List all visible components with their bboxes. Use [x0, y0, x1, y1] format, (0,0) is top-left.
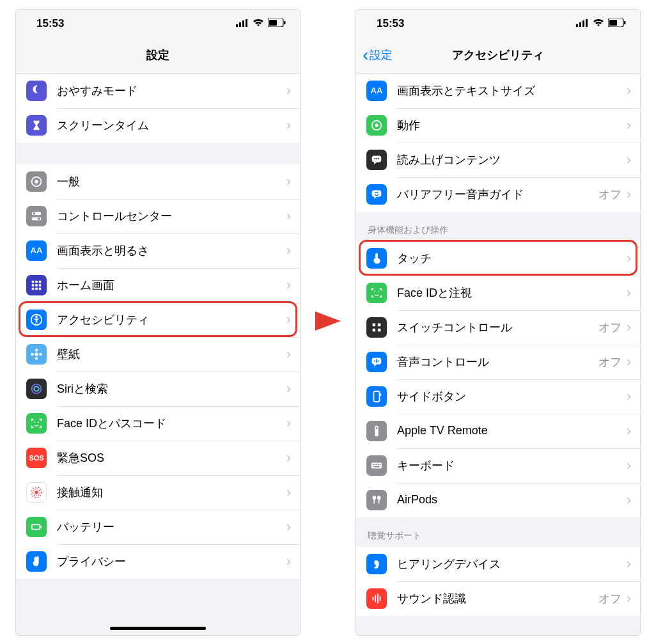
home-indicator[interactable] [110, 627, 206, 630]
row-battery[interactable]: バッテリー › [16, 510, 300, 544]
row-label: Face IDと注視 [397, 285, 627, 301]
svg-rect-5 [269, 20, 277, 26]
svg-rect-67 [380, 393, 382, 396]
row-label: スイッチコントロール [397, 320, 598, 335]
svg-rect-44 [609, 20, 617, 26]
svg-rect-76 [373, 466, 379, 467]
wifi-icon [593, 17, 604, 30]
svg-rect-59 [373, 328, 376, 331]
row-privacy[interactable]: プライバシー › [16, 544, 300, 579]
svg-rect-0 [236, 24, 238, 27]
row-label: 一般 [57, 174, 286, 189]
svg-rect-20 [35, 287, 38, 290]
row-exposure-notification[interactable]: 接触通知 › [16, 475, 300, 510]
row-faceid-passcode[interactable]: Face IDとパスコード › [16, 406, 300, 441]
waveform-icon [366, 588, 387, 609]
left-phone: 15:53 設定 おやすみモード › スクリーンタイム › 一 [15, 9, 301, 636]
motion-icon [366, 115, 387, 136]
svg-rect-2 [242, 20, 244, 27]
chevron-right-icon: › [627, 457, 631, 474]
row-label: プライバシー [57, 554, 286, 569]
row-detail: オフ [598, 187, 621, 202]
accessibility-list[interactable]: AA 画面表示とテキストサイズ › 動作 › 読み上げコンテンツ › バリアフリ… [356, 74, 640, 635]
touch-icon [366, 248, 387, 269]
row-accessibility[interactable]: アクセシビリティ › [16, 302, 300, 337]
chevron-right-icon: › [286, 173, 291, 190]
row-label: 音声コントロール [397, 354, 598, 370]
row-display-brightness[interactable]: AA 画面表示と明るさ › [16, 233, 300, 268]
row-do-not-disturb[interactable]: おやすみモード › [16, 74, 300, 108]
svg-rect-70 [371, 462, 382, 468]
svg-point-12 [38, 217, 40, 220]
chevron-right-icon: › [286, 346, 291, 363]
svg-rect-84 [380, 596, 381, 601]
row-general[interactable]: 一般 › [16, 164, 300, 199]
svg-rect-21 [39, 287, 42, 290]
svg-rect-42 [586, 19, 588, 27]
chevron-right-icon: › [286, 311, 291, 328]
chevron-right-icon: › [286, 553, 291, 570]
row-label: キーボード [397, 458, 627, 473]
row-display-text-size[interactable]: AA 画面表示とテキストサイズ › [356, 74, 640, 108]
row-emergency-sos[interactable]: SOS 緊急SOS › [16, 441, 300, 475]
page-title: 設定 [146, 47, 169, 63]
back-button[interactable]: ‹ 設定 [363, 46, 393, 64]
svg-point-30 [34, 386, 38, 391]
row-switch-control[interactable]: スイッチコントロール オフ › [356, 310, 640, 345]
chevron-right-icon: › [286, 208, 291, 224]
hourglass-icon [26, 115, 47, 136]
chevron-right-icon: › [286, 484, 291, 501]
chevron-right-icon: › [286, 117, 291, 134]
switch-grid-icon [366, 317, 387, 338]
row-touch[interactable]: タッチ › [356, 241, 640, 276]
svg-rect-41 [582, 20, 584, 27]
svg-rect-14 [35, 280, 38, 283]
cellular-icon [576, 17, 589, 30]
row-label: ホーム画面 [57, 278, 286, 293]
row-hearing-devices[interactable]: ヒアリングデバイス › [356, 547, 640, 581]
settings-list[interactable]: おやすみモード › スクリーンタイム › 一般 › コントロールセンター › [16, 74, 300, 635]
row-label: バッテリー [57, 519, 286, 535]
row-side-button[interactable]: サイドボタン › [356, 379, 640, 414]
svg-rect-40 [579, 22, 581, 27]
svg-point-29 [32, 384, 42, 393]
row-sound-recognition[interactable]: サウンド認識 オフ › [356, 581, 640, 616]
text-size-icon: AA [366, 81, 387, 101]
section-header-physical: 身体機能および操作 [356, 212, 640, 241]
row-siri-search[interactable]: Siriと検索 › [16, 372, 300, 406]
row-screen-time[interactable]: スクリーンタイム › [16, 108, 300, 143]
row-wallpaper[interactable]: 壁紙 › [16, 337, 300, 372]
svg-rect-78 [373, 499, 375, 503]
row-apple-tv-remote[interactable]: Apple TV Remote › [356, 414, 640, 448]
status-time: 15:53 [377, 17, 404, 30]
svg-rect-6 [284, 21, 286, 24]
svg-point-51 [376, 158, 377, 159]
chevron-right-icon: › [627, 250, 631, 267]
row-label: 壁紙 [57, 347, 286, 362]
row-audio-descriptions[interactable]: バリアフリー音声ガイド オフ › [356, 177, 640, 212]
chevron-right-icon: › [627, 492, 631, 508]
wifi-icon [253, 17, 264, 30]
chevron-right-icon: › [286, 415, 291, 432]
section-header-hearing: 聴覚サポート [356, 517, 640, 547]
navbar: 設定 [16, 38, 300, 74]
row-keyboards[interactable]: キーボード › [356, 448, 640, 483]
chevron-right-icon: › [286, 381, 291, 397]
svg-rect-19 [32, 287, 35, 290]
row-voice-control[interactable]: 音声コントロール オフ › [356, 345, 640, 379]
svg-point-28 [39, 352, 42, 356]
row-motion[interactable]: 動作 › [356, 108, 640, 143]
ear-icon [366, 554, 387, 574]
airpods-icon [366, 490, 387, 510]
svg-point-24 [35, 352, 38, 356]
row-control-center[interactable]: コントロールセンター › [16, 199, 300, 233]
svg-point-56 [378, 291, 379, 292]
row-home-screen[interactable]: ホーム画面 › [16, 268, 300, 302]
row-airpods[interactable]: AirPods › [356, 483, 640, 517]
row-spoken-content[interactable]: 読み上げコンテンツ › [356, 143, 640, 177]
back-label: 設定 [370, 47, 393, 63]
svg-point-69 [376, 427, 378, 429]
svg-rect-71 [373, 464, 374, 465]
row-label: コントロールセンター [57, 208, 286, 224]
row-faceid-attention[interactable]: Face IDと注視 › [356, 276, 640, 310]
